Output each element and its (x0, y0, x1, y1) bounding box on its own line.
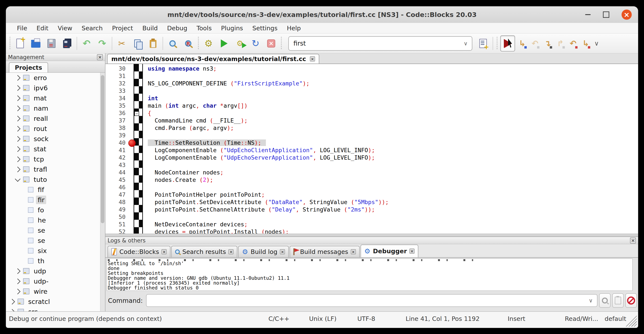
toolbar-grip[interactable] (280, 37, 282, 50)
line-margin[interactable] (134, 191, 143, 199)
tree-item-se[interactable]: se (6, 225, 101, 235)
close-log-tab-icon[interactable]: × (410, 249, 414, 254)
tree-item-trafl[interactable]: trafl (6, 164, 101, 174)
close-management-icon[interactable]: × (97, 54, 103, 60)
step-out-button[interactable]: ↱ (555, 37, 566, 50)
tree-item-sock[interactable]: sock (6, 134, 101, 144)
tree-item-stat[interactable]: stat (6, 144, 101, 154)
line-margin[interactable] (134, 169, 143, 177)
build-and-run-button[interactable]: ⚙ (233, 36, 247, 51)
paste-button[interactable] (146, 36, 160, 51)
save-all-button[interactable] (60, 36, 74, 51)
code-line[interactable]: 41 LogComponentEnable ("UdpEchoClientApp… (106, 147, 638, 154)
code-line[interactable]: 47 PointToPointHelper pointToPoint; (106, 191, 638, 199)
line-margin[interactable] (134, 95, 143, 102)
line-margin[interactable] (134, 177, 143, 184)
tree-item-udp[interactable]: udp (6, 266, 101, 276)
tree-item-fir[interactable]: fir (6, 195, 101, 205)
resize-grip[interactable] (625, 315, 637, 326)
chevron-right-icon[interactable] (15, 126, 20, 132)
undo-button[interactable]: ↶ (80, 36, 94, 51)
new-file-button[interactable] (13, 36, 27, 51)
line-margin[interactable] (134, 154, 143, 162)
toolbar-grip[interactable] (9, 37, 11, 50)
menu-tools[interactable]: Tools (192, 23, 216, 33)
toolbar-grip[interactable] (197, 37, 200, 50)
log-tab-code-blocks[interactable]: Code::Blocks× (108, 246, 170, 257)
step-into-instruction-button[interactable]: ↳ (580, 37, 592, 50)
code-line[interactable]: 35main (int argc, char *argv[]) (106, 102, 638, 110)
tree-item-he[interactable]: he (6, 215, 101, 225)
tree-item-nam[interactable]: nam (6, 103, 101, 113)
copy-log-button[interactable] (612, 293, 624, 308)
line-margin[interactable] (134, 132, 143, 139)
close-log-tab-icon[interactable]: × (351, 249, 356, 254)
line-margin[interactable] (134, 162, 143, 169)
code-line[interactable]: 31 (106, 73, 638, 80)
editor-horizontal-scrollbar[interactable] (106, 233, 638, 237)
redo-button[interactable]: ↷ (95, 36, 109, 51)
tree-item-scratcl[interactable]: scratcl (6, 296, 101, 307)
code-line[interactable]: 36{− (106, 110, 638, 117)
next-line-button[interactable]: ↶ (529, 37, 541, 50)
stop-debugger-button[interactable] (625, 293, 637, 308)
line-margin[interactable] (134, 102, 143, 110)
close-log-tab-icon[interactable]: × (162, 249, 166, 254)
tree-item-six[interactable]: six (6, 246, 101, 256)
chevron-right-icon[interactable] (15, 289, 20, 294)
tree-item-fif[interactable]: fif (6, 185, 101, 195)
line-margin[interactable] (134, 228, 143, 233)
code-line[interactable]: 52 devices = pointToPoint.Install (nodes… (106, 228, 638, 233)
chevron-right-icon[interactable] (15, 106, 20, 111)
chevron-down-icon[interactable]: ∨ (589, 297, 597, 304)
tree-item-tuto[interactable]: tuto (6, 174, 101, 185)
cut-button[interactable]: ✂ (115, 36, 129, 51)
line-margin[interactable] (134, 65, 143, 73)
menu-help[interactable]: Help (282, 23, 306, 33)
tree-item-erro[interactable]: erro (6, 73, 101, 83)
chevron-right-icon[interactable] (15, 268, 20, 274)
code-line[interactable]: 40 Time::SetResolution (Time::NS); (106, 139, 638, 147)
chevron-right-icon[interactable] (9, 309, 15, 311)
replace-button[interactable] (181, 36, 195, 51)
code-line[interactable]: 38 cmd.Parse (argc, argv); (106, 125, 638, 132)
menu-search[interactable]: Search (77, 23, 108, 33)
line-margin[interactable] (134, 206, 143, 214)
line-margin[interactable] (134, 125, 143, 132)
line-margin[interactable] (134, 80, 143, 88)
code-line[interactable]: 46 (106, 184, 638, 191)
log-tab-build-log[interactable]: ⚙Build log× (238, 246, 289, 257)
toolbar-grip[interactable] (496, 37, 498, 50)
build-button[interactable]: ⚙ (202, 36, 216, 51)
code-line[interactable]: 48 pointToPoint.SetDeviceAttribute ("Dat… (106, 199, 638, 206)
close-logs-icon[interactable]: × (630, 238, 636, 243)
line-margin[interactable] (134, 147, 143, 154)
chevron-down-icon[interactable] (15, 176, 20, 182)
close-log-tab-icon[interactable]: × (228, 249, 234, 254)
code-line[interactable]: 51 NetDeviceContainer devices; (106, 221, 638, 228)
search-combo[interactable]: first∨ (288, 36, 472, 51)
chevron-right-icon[interactable] (15, 278, 20, 284)
chevron-down-icon[interactable]: ∨ (464, 40, 472, 47)
code-line[interactable]: 30using namespace ns3; (106, 65, 638, 73)
code-line[interactable]: 34int (106, 95, 638, 102)
code-line[interactable]: 39 (106, 132, 638, 139)
menu-project[interactable]: Project (107, 23, 138, 33)
code-line[interactable]: 42 LogComponentEnable ("UdpEchoServerApp… (106, 154, 638, 162)
tree-item-ipv6[interactable]: ipv6 (6, 83, 101, 93)
code-line[interactable]: 50 (106, 214, 638, 221)
abort-button[interactable]: × (264, 36, 278, 51)
close-window-icon[interactable]: × (622, 10, 632, 20)
line-margin[interactable] (134, 88, 143, 95)
line-margin[interactable] (134, 214, 143, 221)
menu-edit[interactable]: Edit (32, 23, 53, 33)
code-line[interactable]: 45 nodes.Create (2); (106, 177, 638, 184)
menu-build[interactable]: Build (138, 23, 162, 33)
chevron-right-icon[interactable] (15, 146, 20, 152)
line-margin[interactable] (134, 184, 143, 191)
code-line[interactable]: 44 NodeContainer nodes; (106, 169, 638, 177)
menu-settings[interactable]: Settings (248, 23, 282, 33)
fold-marker[interactable]: − (134, 111, 139, 116)
next-instruction-button[interactable]: ↶ (567, 37, 579, 50)
code-line[interactable]: 43 (106, 162, 638, 169)
